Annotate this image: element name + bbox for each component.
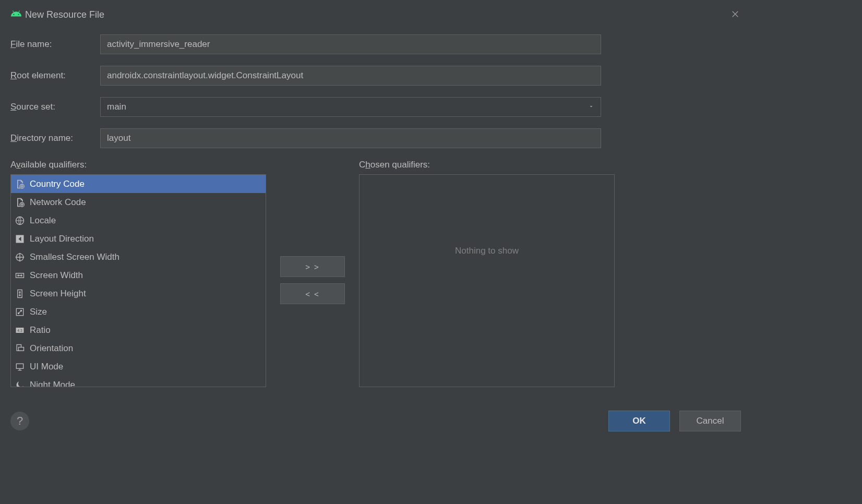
qualifier-label: Orientation xyxy=(30,343,73,354)
add-qualifier-button[interactable]: > > xyxy=(280,256,345,277)
close-icon xyxy=(731,9,740,19)
qualifier-label: Network Code xyxy=(30,197,86,208)
help-icon: ? xyxy=(17,414,23,428)
title-bar: New Resource File xyxy=(0,0,751,28)
qualifier-label: Size xyxy=(30,307,47,317)
arrow-left-box-icon xyxy=(14,233,26,245)
source-set-label: Source set: xyxy=(10,102,100,112)
root-element-label: Root element: xyxy=(10,70,100,81)
directory-name-input[interactable] xyxy=(100,128,601,148)
qualifier-item[interactable]: UI Mode xyxy=(11,357,266,376)
desktop-icon xyxy=(14,361,26,373)
qualifier-label: Screen Height xyxy=(30,289,86,299)
qualifier-label: Ratio xyxy=(30,325,51,335)
qualifier-item[interactable]: Smallest Screen Width xyxy=(11,248,266,266)
chosen-qualifiers-box[interactable]: Nothing to show xyxy=(359,174,615,387)
new-resource-file-dialog: New Resource File File name: Root elemen… xyxy=(0,0,751,437)
directory-name-label: Directory name: xyxy=(10,133,100,143)
ratio-icon: 4:3 xyxy=(14,325,26,336)
arrows-out-icon xyxy=(14,251,26,263)
svg-rect-10 xyxy=(19,347,24,351)
qualifiers-area: Available qualifiers: Country CodeNetwor… xyxy=(0,160,751,387)
add-label: > > xyxy=(305,262,320,271)
qualifier-item[interactable]: Network Code xyxy=(11,193,266,211)
qualifier-label: Country Code xyxy=(30,179,85,189)
qualifier-label: UI Mode xyxy=(30,362,63,372)
dialog-footer: ? OK Cancel xyxy=(0,404,751,437)
file-globe-icon xyxy=(14,178,26,190)
qualifier-item[interactable]: Orientation xyxy=(11,339,266,357)
qualifier-item[interactable]: Country Code xyxy=(11,175,266,193)
available-qualifiers-list[interactable]: Country CodeNetwork CodeLocaleLayout Dir… xyxy=(10,174,266,387)
file-globe-icon xyxy=(14,197,26,208)
qualifier-item[interactable]: Night Mode xyxy=(11,376,266,387)
qualifier-item[interactable]: Layout Direction xyxy=(11,230,266,248)
cancel-label: Cancel xyxy=(697,416,724,426)
dialog-title: New Resource File xyxy=(25,9,104,20)
qualifier-label: Locale xyxy=(30,215,56,226)
chevron-down-icon xyxy=(588,102,594,112)
arrows-vertical-icon xyxy=(14,288,26,299)
close-button[interactable] xyxy=(728,7,742,21)
svg-text:4:3: 4:3 xyxy=(17,328,22,332)
root-element-input[interactable] xyxy=(100,66,601,86)
cancel-button[interactable]: Cancel xyxy=(679,411,741,431)
qualifier-label: Night Mode xyxy=(30,380,75,387)
qualifier-item[interactable]: Locale xyxy=(11,211,266,230)
chosen-qualifiers-label: Chosen qualifiers: xyxy=(359,160,615,170)
android-icon xyxy=(10,8,22,21)
chosen-placeholder: Nothing to show xyxy=(455,246,519,256)
file-name-input[interactable] xyxy=(100,34,601,54)
available-qualifiers-label: Available qualifiers: xyxy=(10,160,266,170)
form-area: File name: Root element: Source set: mai… xyxy=(0,28,751,148)
expand-icon xyxy=(14,306,26,318)
svg-rect-11 xyxy=(16,364,23,368)
ok-label: OK xyxy=(632,416,646,426)
source-set-select[interactable]: main xyxy=(100,97,601,117)
globe-icon xyxy=(14,215,26,226)
qualifier-item[interactable]: Screen Width xyxy=(11,266,266,284)
qualifier-label: Layout Direction xyxy=(30,234,94,244)
arrows-horizontal-icon xyxy=(14,270,26,281)
remove-qualifier-button[interactable]: < < xyxy=(280,283,345,304)
qualifier-label: Smallest Screen Width xyxy=(30,252,119,262)
moon-icon xyxy=(14,379,26,387)
qualifier-item[interactable]: 4:3Ratio xyxy=(11,321,266,339)
qualifier-item[interactable]: Screen Height xyxy=(11,284,266,303)
file-name-label: File name: xyxy=(10,39,100,50)
ok-button[interactable]: OK xyxy=(608,411,670,431)
source-set-value: main xyxy=(107,102,126,112)
qualifier-item[interactable]: Size xyxy=(11,303,266,321)
help-button[interactable]: ? xyxy=(10,412,29,430)
remove-label: < < xyxy=(305,290,320,298)
orientation-icon xyxy=(14,343,26,354)
qualifier-label: Screen Width xyxy=(30,270,83,281)
